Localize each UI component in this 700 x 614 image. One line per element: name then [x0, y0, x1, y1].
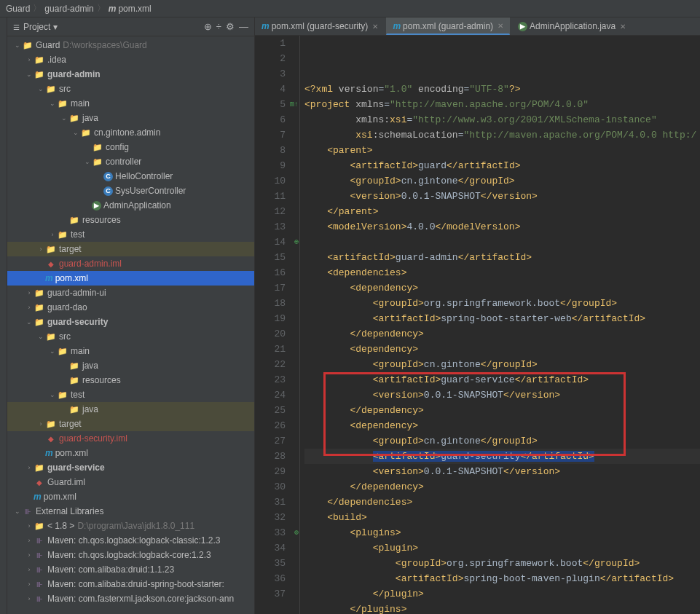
code-line[interactable] [304, 235, 700, 250]
code-line[interactable]: </parent> [304, 204, 700, 219]
tree-item[interactable]: ›< 1.8 >D:\program\Java\jdk1.8.0_111 [7, 519, 254, 533]
crumb-file[interactable]: pom.xml [118, 4, 151, 14]
tree-item[interactable]: ⌄src [7, 329, 254, 344]
tree-arrow-icon[interactable]: ⌄ [71, 129, 80, 136]
code-line[interactable]: <dependency> [304, 418, 700, 433]
code-line[interactable]: <parent> [304, 143, 700, 158]
code-line[interactable]: </plugins> [304, 602, 700, 614]
tree-arrow-icon[interactable]: › [25, 537, 34, 544]
code-line[interactable]: <dependencies> [304, 265, 700, 280]
tree-item[interactable]: ◆guard-admin.iml [7, 256, 254, 271]
tree-item[interactable]: ⌄cn.gintone.admin [7, 125, 254, 140]
tree-arrow-icon[interactable]: › [25, 304, 34, 311]
code-line[interactable]: </dependencies> [304, 495, 700, 510]
tree-item[interactable]: ›⊪Maven: com.alibaba:druid:1.1.23 [7, 562, 254, 577]
code-line[interactable]: <?xml version="1.0" encoding="UTF-8"?> [304, 82, 700, 97]
tree-arrow-icon[interactable]: ⌄ [25, 318, 34, 326]
code-line[interactable]: <dependency> [304, 342, 700, 357]
editor-tab[interactable]: mpom.xml (guard-security)✕ [255, 17, 385, 35]
tree-item[interactable]: ⌄src [7, 82, 254, 96]
tree-item[interactable]: ⌄main [7, 96, 254, 111]
code-line[interactable]: <dependency> [304, 280, 700, 296]
tree-arrow-icon[interactable]: ⌄ [25, 71, 34, 78]
tree-item[interactable]: ›test [7, 227, 254, 242]
editor-tab[interactable]: mpom.xml (guard-admin)✕ [386, 17, 510, 35]
tree-arrow-icon[interactable]: ⌄ [48, 391, 57, 398]
tree-arrow-icon[interactable]: › [25, 522, 34, 530]
tree-item[interactable]: ⌄java [7, 111, 254, 125]
tree-item[interactable]: ⌄GuardD:\workspaces\Guard [7, 38, 254, 52]
tree-item[interactable]: ›.idea [7, 52, 254, 67]
tree-arrow-icon[interactable]: › [25, 289, 34, 296]
tree-arrow-icon[interactable]: ⌄ [36, 333, 45, 340]
tree-item[interactable]: ⌄guard-security [7, 315, 254, 329]
code-line[interactable]: <groupId>org.springframework.boot</group… [304, 296, 700, 311]
tree-item[interactable]: config [7, 140, 254, 154]
gutter-marker-icon[interactable]: ⊕ [294, 235, 299, 250]
tree-arrow-icon[interactable]: › [48, 231, 57, 238]
project-tree[interactable]: ⌄GuardD:\workspaces\Guard›.idea⌄guard-ad… [7, 36, 254, 614]
code-line[interactable]: <artifactId>guard-security</artifactId> [304, 449, 700, 464]
tree-arrow-icon[interactable]: › [36, 245, 45, 253]
tree-item[interactable]: mpom.xml [7, 489, 254, 504]
tree-item[interactable]: ⌄controller [7, 154, 254, 169]
code-content[interactable]: <?xml version="1.0" encoding="UTF-8"?><p… [300, 36, 700, 614]
tree-item[interactable]: ▶AdminApplication [7, 198, 254, 213]
tree-arrow-icon[interactable]: › [25, 551, 34, 559]
tree-item[interactable]: ›guard-service [7, 460, 254, 475]
tree-item[interactable]: ›⊪Maven: ch.qos.logback:logback-core:1.2… [7, 548, 254, 562]
code-line[interactable]: <artifactId>guard</artifactId> [304, 158, 700, 173]
tree-item[interactable]: ◆guard-security.iml [7, 431, 254, 446]
close-icon[interactable]: ✕ [372, 23, 378, 31]
code-line[interactable]: <plugins> [304, 525, 700, 540]
collapse-icon[interactable]: ÷ [216, 21, 221, 32]
tree-arrow-icon[interactable]: ⌄ [48, 347, 57, 355]
crumb-module[interactable]: guard-admin [44, 4, 93, 14]
tree-arrow-icon[interactable]: › [25, 566, 34, 573]
left-gutter[interactable] [0, 17, 7, 614]
code-line[interactable]: <version>0.0.1-SNAPSHOT</version> [304, 189, 700, 204]
code-line[interactable]: <artifactId>spring-boot-maven-plugin</ar… [304, 571, 700, 586]
code-line[interactable]: </plugin> [304, 586, 700, 602]
tree-item[interactable]: resources [7, 373, 254, 387]
tree-item[interactable]: java [7, 358, 254, 373]
tree-arrow-icon[interactable]: ⌄ [13, 42, 22, 49]
tree-item[interactable]: ⌄guard-admin [7, 67, 254, 82]
code-line[interactable]: </dependency> [304, 326, 700, 342]
tree-arrow-icon[interactable]: ⌄ [83, 158, 92, 165]
code-line[interactable]: </dependency> [304, 403, 700, 418]
code-line[interactable]: <groupId>cn.gintone</groupId> [304, 357, 700, 372]
code-line[interactable]: xsi:schemaLocation="http://maven.apache.… [304, 127, 700, 143]
code-line[interactable]: xmlns:xsi="http://www.w3.org/2001/XMLSch… [304, 112, 700, 127]
code-line[interactable]: <artifactId>spring-boot-starter-web</art… [304, 311, 700, 326]
gear-icon[interactable]: ⚙ [226, 21, 235, 32]
code-line[interactable]: <groupId>cn.gintone</groupId> [304, 173, 700, 189]
code-line[interactable]: <project xmlns="http://maven.apache.org/… [304, 97, 700, 112]
tree-item[interactable]: ◆Guard.iml [7, 475, 254, 489]
code-line[interactable]: <artifactId>guard-service</artifactId> [304, 372, 700, 387]
code-line[interactable]: <groupId>cn.gintone</groupId> [304, 433, 700, 449]
tree-item[interactable]: mpom.xml [7, 271, 254, 286]
tree-arrow-icon[interactable]: ⌄ [13, 508, 22, 515]
panel-title[interactable]: Project ▾ [23, 22, 200, 32]
code-area[interactable]: 12345m↑67891011121314⊕151617181920212223… [255, 36, 700, 614]
tree-arrow-icon[interactable]: ⌄ [36, 85, 45, 93]
code-line[interactable]: <plugin> [304, 540, 700, 556]
close-icon[interactable]: ✕ [498, 22, 503, 30]
code-line[interactable]: <artifactId>guard-admin</artifactId> [304, 250, 700, 265]
code-line[interactable]: </dependency> [304, 479, 700, 495]
tree-item[interactable]: CSysUserController [7, 184, 254, 198]
minimize-icon[interactable]: — [239, 21, 248, 32]
tree-item[interactable]: resources [7, 213, 254, 227]
tree-item[interactable]: ›guard-admin-ui [7, 286, 254, 300]
tree-item[interactable]: CHelloController [7, 169, 254, 184]
tree-item[interactable]: java [7, 402, 254, 417]
editor-tab[interactable]: ▶AdminApplication.java✕ [511, 17, 632, 35]
code-line[interactable]: <modelVersion>4.0.0</modelVersion> [304, 219, 700, 235]
tree-item[interactable]: mpom.xml [7, 446, 254, 460]
tree-arrow-icon[interactable]: ⌄ [60, 114, 68, 122]
tree-arrow-icon[interactable]: › [25, 56, 34, 63]
tree-item[interactable]: ›guard-dao [7, 300, 254, 315]
code-line[interactable]: <version>0.0.1-SNAPSHOT</version> [304, 464, 700, 479]
tree-arrow-icon[interactable]: ⌄ [48, 100, 57, 107]
